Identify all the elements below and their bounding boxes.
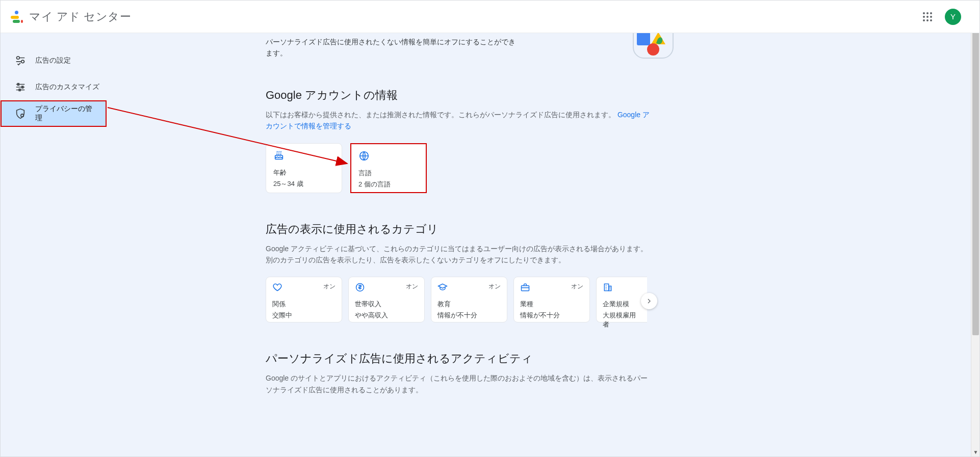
google-apps-icon[interactable] <box>917 7 938 27</box>
decorative-jar-image <box>623 28 689 64</box>
category-name: 企業規模 <box>603 300 641 309</box>
category-card-education[interactable]: オン 教育 情報が不十分 <box>431 277 507 322</box>
category-value: 大規模雇用者 <box>603 311 641 329</box>
status-badge: オン <box>488 282 501 291</box>
cake-icon <box>273 150 334 163</box>
card-value: 25～34 歳 <box>273 179 334 189</box>
vertical-scrollbar[interactable]: ▲ ▼ <box>971 1 979 456</box>
sidebar-item-label: プライバシーの管理 <box>35 104 94 123</box>
sidebar: 広告の設定 広告のカスタマイズ プライバシーの管理 <box>1 33 153 456</box>
status-badge: オン <box>571 282 583 291</box>
tune-icon <box>15 82 26 93</box>
sidebar-item-privacy[interactable]: プライバシーの管理 <box>1 100 107 127</box>
chevron-right-icon <box>645 297 653 305</box>
globe-icon <box>358 150 419 164</box>
category-card-relationship[interactable]: オン 関係 交際中 <box>266 277 342 322</box>
category-name: 世帯収入 <box>355 300 418 309</box>
sliders-icon <box>15 55 26 66</box>
category-value: 情報が不十分 <box>437 311 501 320</box>
categories-desc: Google アクティビティに基づいて、これらのカテゴリに当てはまるユーザー向け… <box>266 243 653 266</box>
sidebar-item-label: 広告のカスタマイズ <box>35 83 99 92</box>
activity-desc: Google のサイトとアプリにおけるアクティビティ（これらを使用した際のおおよ… <box>266 372 653 395</box>
card-label: 年齢 <box>273 168 334 177</box>
app-title: マイ アド センター <box>29 9 131 24</box>
sidebar-item-customize[interactable]: 広告のカスタマイズ <box>1 74 123 100</box>
scroll-next-button[interactable] <box>641 293 657 309</box>
category-name: 業種 <box>520 300 583 309</box>
account-info-desc: 以下はお客様から提供された、または推測された情報です。これらがパーソナライズド広… <box>266 109 653 132</box>
svg-rect-9 <box>522 286 529 291</box>
category-card-industry[interactable]: オン 業種 情報が不十分 <box>513 277 590 322</box>
app-logo-icon <box>11 11 23 23</box>
card-value: 2 個の言語 <box>358 180 419 189</box>
sidebar-item-ad-settings[interactable]: 広告の設定 <box>1 47 123 74</box>
info-card-language[interactable]: 言語 2 個の言語 <box>350 143 427 193</box>
svg-point-1 <box>21 60 24 63</box>
activity-heading: パーソナライズド広告に使用されるアクティビティ <box>266 351 653 366</box>
status-badge: オン <box>406 282 418 291</box>
heart-icon <box>272 285 282 294</box>
graduation-cap-icon <box>437 285 448 294</box>
svg-rect-11 <box>609 286 611 291</box>
categories-heading: 広告の表示に使用されるカテゴリ <box>266 222 653 237</box>
category-value: やや高収入 <box>355 311 418 320</box>
category-name: 教育 <box>437 300 501 309</box>
info-card-age[interactable]: 年齢 25～34 歳 <box>266 143 342 193</box>
status-badge: オン <box>323 282 336 291</box>
account-avatar[interactable]: Y <box>945 9 961 25</box>
svg-point-0 <box>17 57 20 60</box>
account-info-heading: Google アカウントの情報 <box>266 88 653 103</box>
money-icon <box>355 285 365 294</box>
briefcase-icon <box>520 285 530 294</box>
shield-lock-icon <box>15 108 26 119</box>
scrollbar-thumb[interactable] <box>972 9 979 335</box>
intro-text: パーソナライズド広告に使用されたくない情報を簡単にオフにすることができます。 <box>266 33 515 59</box>
main-content: パーソナライズド広告に使用されたくない情報を簡単にオフにすることができます。 G… <box>153 33 979 456</box>
category-value: 情報が不十分 <box>520 311 583 320</box>
app-header: マイ アド センター Y <box>1 1 979 33</box>
scroll-down-arrow-icon[interactable]: ▼ <box>971 448 980 456</box>
category-value: 交際中 <box>272 311 336 320</box>
category-card-company-size[interactable]: 企業規模 大規模雇用者 <box>596 277 647 322</box>
sidebar-item-label: 広告の設定 <box>35 56 71 65</box>
building-icon <box>603 285 613 294</box>
category-card-income[interactable]: オン 世帯収入 やや高収入 <box>348 277 425 322</box>
category-name: 関係 <box>272 300 336 309</box>
card-label: 言語 <box>358 169 419 178</box>
